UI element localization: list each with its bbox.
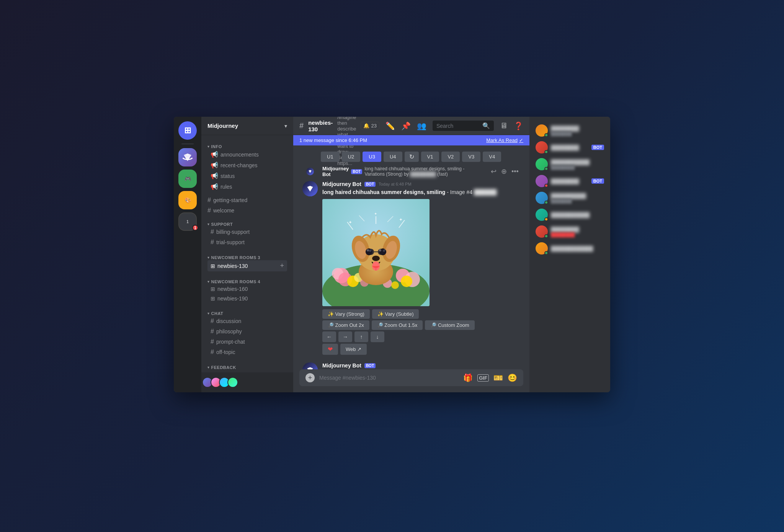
channel-philosophy[interactable]: # philosophy xyxy=(207,326,287,336)
variation-text: long haired chihuahua summer designs, sm… xyxy=(364,166,485,177)
u1-button[interactable]: U1 xyxy=(321,152,340,162)
inbox-icon[interactable]: 🖥 xyxy=(500,121,508,130)
channel-status[interactable]: 📢 status xyxy=(207,171,287,181)
sticker-icon[interactable]: 🎫 xyxy=(493,373,503,382)
checkmark-icon: ✓ xyxy=(519,137,523,143)
channel-newbies-160[interactable]: ⊞ newbies-160 xyxy=(207,284,287,294)
gif-icon[interactable]: GIF xyxy=(477,374,489,382)
image-suffix-text: - Image #4 ██████ xyxy=(447,189,497,195)
member-1-extra: ███████ xyxy=(551,131,579,136)
u3-button[interactable]: U3 xyxy=(363,152,381,162)
v3-button[interactable]: V3 xyxy=(462,152,480,162)
member-list: ████████ ███████ ████████ BOT xyxy=(532,123,607,256)
channel-trial-support[interactable]: # trial-support xyxy=(207,237,287,247)
member-1-details: ████████ ███████ xyxy=(551,126,579,136)
nav-up-button[interactable]: ↑ xyxy=(354,331,368,342)
member-4[interactable]: ████████ BOT xyxy=(532,173,607,189)
channel-prompt-chat[interactable]: # prompt-chat xyxy=(207,337,287,347)
member-2[interactable]: ████████ BOT xyxy=(532,140,607,155)
v4-button[interactable]: V4 xyxy=(483,152,501,162)
other-server-2[interactable]: 🎨 xyxy=(178,191,197,209)
notification-badge: 1 xyxy=(192,225,198,231)
channel-off-topic[interactable]: # off-topic xyxy=(207,347,287,357)
svg-point-32 xyxy=(367,249,369,251)
nav-down-button[interactable]: ↓ xyxy=(371,331,384,342)
messages-area[interactable]: U1 U2 U3 U4 ↻ V1 V2 V3 V4 Midjourney Bot xyxy=(293,145,529,369)
member-8[interactable]: ████████████ xyxy=(532,241,607,256)
search-input[interactable] xyxy=(436,123,480,129)
zoom-out-1-5x-button[interactable]: 🔎 Zoom Out 1.5x xyxy=(372,320,423,330)
member-1[interactable]: ████████ ███████ xyxy=(532,123,607,138)
web-button[interactable]: Web ↗ xyxy=(340,344,367,355)
midjourney-server-icon[interactable] xyxy=(178,148,197,166)
vary-subtle-button[interactable]: ✨ Vary (Subtle) xyxy=(372,309,419,319)
other-server-1[interactable]: 🎮 xyxy=(178,170,197,188)
server-header[interactable]: Midjourney ▾ xyxy=(201,117,293,135)
emoji-icon[interactable]: 😊 xyxy=(508,373,517,382)
home-server-icon[interactable]: ⊞ xyxy=(178,121,197,140)
channel-getting-started[interactable]: # getting-started xyxy=(204,195,290,205)
announce-icon-2: 📢 xyxy=(211,162,218,169)
nav-left-button[interactable]: ← xyxy=(322,331,336,342)
pencil-icon[interactable]: ✏️ xyxy=(385,121,395,131)
category-label-chat[interactable]: ▾ CHAT xyxy=(204,311,290,316)
collapse-arrow-feedback-icon: ▾ xyxy=(207,366,210,369)
category-label-info[interactable]: ▾ INFO xyxy=(204,144,290,149)
channel-newbies-190[interactable]: ⊞ newbies-190 xyxy=(207,294,287,303)
ellipsis-icon[interactable]: ••• xyxy=(510,166,520,177)
add-member-icon[interactable]: + xyxy=(280,262,284,270)
zoom-out-2x-button[interactable]: 🔎 Zoom Out 2x xyxy=(322,320,369,330)
channel-recent-changes[interactable]: 📢 recent-changes xyxy=(207,160,287,170)
message-dragonborn: Midjourney Bot BOT A medieval red dragon… xyxy=(299,361,523,369)
bot-badge-small: BOT xyxy=(351,169,362,174)
channel-rules[interactable]: 📢 rules xyxy=(207,181,287,192)
message-image[interactable]: ✦ ✦ ✦ xyxy=(322,199,430,306)
message-input[interactable] xyxy=(319,375,459,381)
collapse-arrow-icon: ▾ xyxy=(207,145,210,149)
category-label-feedback[interactable]: ▾ FEEDBACK xyxy=(204,365,290,370)
member-6[interactable]: ███████████ xyxy=(532,207,607,222)
search-bar[interactable]: 🔍 xyxy=(433,121,494,131)
u4-button[interactable]: U4 xyxy=(384,152,402,162)
server-divider xyxy=(181,144,194,144)
category-label-newcomer4[interactable]: ▾ NEWCOMER ROOMS 4 xyxy=(204,279,290,284)
member-avatar-7 xyxy=(536,225,548,238)
channel-discussion[interactable]: # discussion xyxy=(207,316,287,326)
heart-button[interactable]: ❤ xyxy=(322,344,338,355)
member-avatar-2 xyxy=(536,141,548,153)
vary-strong-button[interactable]: ✨ Vary (Strong) xyxy=(322,309,370,319)
status-online-icon-2 xyxy=(544,150,548,154)
reply-icon[interactable]: ↩ xyxy=(489,166,498,177)
multi-icon: ⊞ xyxy=(211,263,215,269)
category-label-newcomer3[interactable]: ▾ NEWCOMER ROOMS 3 xyxy=(204,255,290,260)
help-icon[interactable]: ❓ xyxy=(514,121,523,131)
channel-welcome[interactable]: # welcome xyxy=(204,206,290,215)
more-options-icon[interactable]: ⊕ xyxy=(500,166,508,177)
members-icon[interactable]: 👥 xyxy=(417,121,426,131)
category-label-support[interactable]: ▾ SUPPORT xyxy=(204,222,290,227)
gift-icon[interactable]: 🎁 xyxy=(463,373,473,382)
nav-right-button[interactable]: → xyxy=(338,331,352,342)
message-main-content: Midjourney Bot BOT Today at 6:48 PM long… xyxy=(322,181,520,355)
v2-button[interactable]: V2 xyxy=(441,152,460,162)
v1-button[interactable]: V1 xyxy=(421,152,439,162)
member-7[interactable]: ████████ ████████ xyxy=(532,224,607,239)
custom-zoom-button[interactable]: 🔎 Custom Zoom xyxy=(425,320,474,330)
channel-billing-support[interactable]: # billing-support xyxy=(207,227,287,237)
add-attachment-button[interactable]: + xyxy=(305,373,315,382)
mark-read-button[interactable]: Mark As Read ✓ xyxy=(486,137,523,143)
refresh-button[interactable]: ↻ xyxy=(405,152,419,162)
member-8-name: ████████████ xyxy=(551,246,593,251)
collapse-arrow-newcomer3-icon: ▾ xyxy=(207,256,210,259)
member-5[interactable]: ██████████ ███████ xyxy=(532,190,607,206)
u2-button[interactable]: U2 xyxy=(342,152,361,162)
member-3[interactable]: ███████████ ████████ xyxy=(532,157,607,172)
notification-server[interactable]: 1 1 xyxy=(178,212,197,231)
channel-newbies-130[interactable]: ⊞ newbies-130 + xyxy=(207,260,287,271)
server-name: Midjourney xyxy=(207,122,238,129)
channel-announcements[interactable]: 📢 announcements xyxy=(207,149,287,160)
notification-count: 🔔 23 xyxy=(361,122,379,130)
pin-icon[interactable]: 📌 xyxy=(401,121,411,131)
member-7-extra: ████████ xyxy=(551,232,579,237)
member-avatar-3 xyxy=(536,158,548,170)
